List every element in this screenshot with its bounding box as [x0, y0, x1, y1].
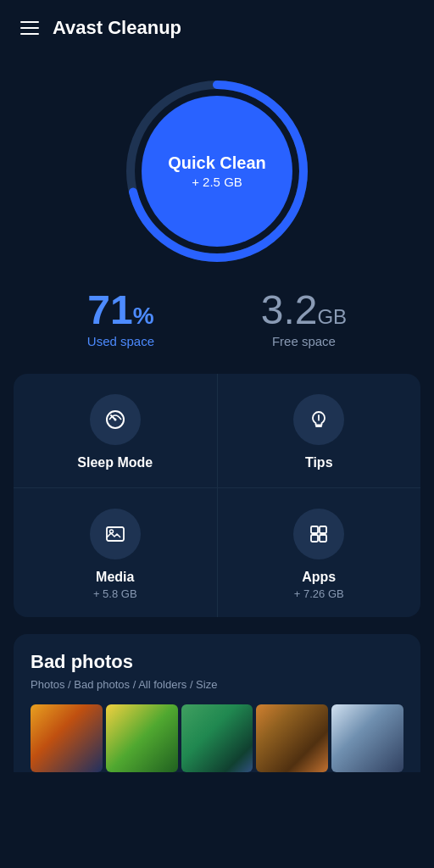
photo-item-1[interactable] — [31, 704, 103, 772]
tips-card[interactable]: Tips — [218, 374, 421, 487]
sleep-mode-icon-circle — [90, 394, 141, 445]
apps-icon-circle — [293, 509, 344, 559]
quick-clean-circle[interactable]: Quick Clean + 2.5 GB — [124, 78, 310, 264]
tips-label: Tips — [305, 455, 333, 470]
menu-button[interactable] — [20, 21, 39, 35]
photo-item-5[interactable] — [331, 704, 403, 772]
free-space-stat: 3.2GB Free space — [261, 290, 347, 348]
grid-row-top: Sleep Mode Tips — [14, 374, 420, 488]
app-title: Avast Cleanup — [53, 17, 181, 39]
used-space-value: 71% — [87, 290, 153, 331]
quick-clean-button[interactable]: Quick Clean + 2.5 GB — [142, 96, 292, 247]
quick-clean-label: Quick Clean — [168, 153, 266, 173]
bad-photos-section: Bad photos Photos / Bad photos / All fol… — [14, 634, 420, 772]
photo-item-2[interactable] — [106, 704, 178, 772]
apps-icon — [307, 522, 331, 546]
svg-rect-7 — [311, 526, 318, 533]
media-icon-circle — [90, 509, 141, 559]
apps-sublabel: + 7.26 GB — [294, 587, 344, 600]
sleep-mode-card[interactable]: Sleep Mode — [14, 374, 218, 487]
svg-point-6 — [109, 530, 113, 533]
free-space-label: Free space — [272, 334, 336, 348]
sleep-mode-label: Sleep Mode — [77, 455, 153, 470]
bad-photos-title: Bad photos — [31, 651, 403, 673]
apps-label: Apps — [302, 570, 336, 585]
image-icon — [103, 522, 127, 546]
free-space-value: 3.2GB — [261, 290, 347, 331]
media-sublabel: + 5.8 GB — [93, 587, 137, 600]
stats-row: 71% Used space 3.2GB Free space — [0, 281, 434, 374]
grid-row-bottom: Media + 5.8 GB Apps + 7.26 GB — [14, 488, 420, 617]
photo-item-3[interactable] — [181, 704, 253, 772]
used-space-stat: 71% Used space — [87, 290, 154, 348]
bad-photos-breadcrumb: Photos / Bad photos / All folders / Size — [31, 678, 403, 691]
photo-item-4[interactable] — [256, 704, 328, 772]
svg-rect-10 — [320, 535, 326, 542]
svg-rect-9 — [311, 535, 318, 542]
svg-rect-8 — [320, 526, 326, 533]
apps-card[interactable]: Apps + 7.26 GB — [218, 488, 421, 617]
feature-grid: Sleep Mode Tips — [14, 374, 420, 617]
quick-clean-size: + 2.5 GB — [192, 175, 242, 189]
tips-icon-circle — [293, 394, 344, 445]
media-card[interactable]: Media + 5.8 GB — [14, 488, 218, 617]
svg-point-3 — [114, 419, 116, 421]
speedometer-icon — [103, 408, 127, 431]
media-label: Media — [96, 570, 134, 585]
app-header: Avast Cleanup — [0, 0, 434, 53]
lightbulb-icon — [307, 408, 331, 431]
used-space-label: Used space — [87, 334, 154, 348]
quick-clean-section: Quick Clean + 2.5 GB — [0, 53, 434, 281]
photos-strip — [31, 704, 403, 772]
svg-point-4 — [318, 420, 320, 421]
